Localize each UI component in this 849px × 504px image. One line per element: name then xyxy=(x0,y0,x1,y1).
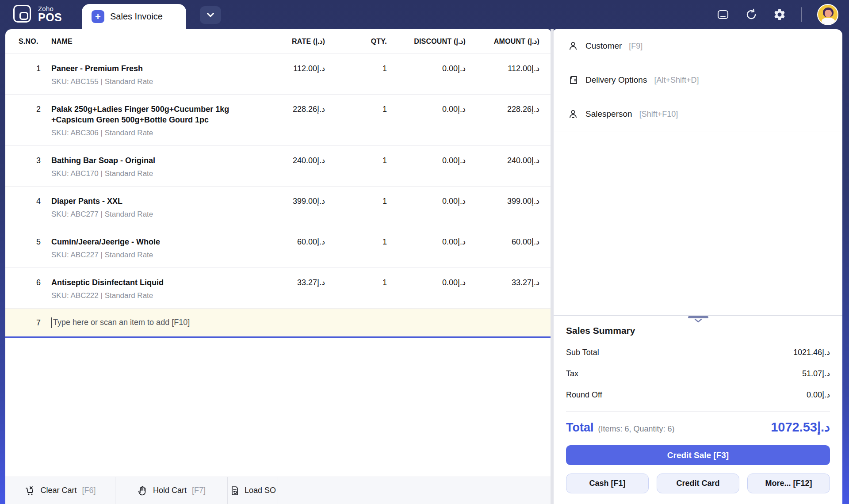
credit-sale-button[interactable]: Credit Sale [F3] xyxy=(566,445,830,465)
table-row[interactable]: 3 Bathing Bar Soap - Original SKU: ABC17… xyxy=(5,146,551,187)
right-panel-spacer xyxy=(554,131,842,315)
item-qty[interactable]: 1 xyxy=(325,104,387,138)
hold-cart-button[interactable]: Hold Cart [F7] xyxy=(115,477,228,504)
item-discount[interactable]: 0.00د.إ xyxy=(387,63,466,87)
load-so-button[interactable]: Load SO xyxy=(228,477,278,504)
item-rate[interactable]: 60.00د.إ xyxy=(254,237,325,260)
sales-summary-title: Sales Summary xyxy=(566,325,830,336)
round-off-row: Round Off 0.00د.إ xyxy=(566,390,830,400)
summary-divider xyxy=(566,411,830,412)
total-items-meta: (Items: 6, Quantity: 6) xyxy=(598,424,675,434)
item-search-placeholder: Type here or scan an item to add [F10] xyxy=(53,318,190,327)
tax-row: Tax 51.07د.إ xyxy=(566,369,830,378)
salesperson-option[interactable]: Salesperson [Shift+F10] xyxy=(554,97,842,131)
summary-collapse-handle[interactable] xyxy=(684,315,712,325)
item-qty[interactable]: 1 xyxy=(325,155,387,179)
subtotal-label: Sub Total xyxy=(566,348,599,357)
settings-icon[interactable] xyxy=(773,8,786,21)
item-name: Palak 250g+Ladies Finger 500g+Cucumber 1… xyxy=(51,104,241,125)
text-caret xyxy=(51,317,52,328)
total-value: 1072.53د.إ xyxy=(771,420,830,435)
zoho-pos-logo: Zoho POS xyxy=(13,4,62,23)
item-rate[interactable]: 228.26د.إ xyxy=(254,104,325,138)
topbar-divider xyxy=(801,7,802,22)
salesperson-label: Salesperson xyxy=(585,109,632,119)
item-discount[interactable]: 0.00د.إ xyxy=(387,196,466,219)
item-qty[interactable]: 1 xyxy=(325,277,387,301)
subtotal-value: 1021.46د.إ xyxy=(793,347,830,357)
subtotal-row: Sub Total 1021.46د.إ xyxy=(566,347,830,357)
zoho-pos-logo-icon xyxy=(13,4,33,23)
sync-icon[interactable] xyxy=(745,8,758,21)
item-qty[interactable]: 1 xyxy=(325,63,387,87)
item-qty[interactable]: 1 xyxy=(325,196,387,219)
item-name: Cumin/Jeera/Jeerige - Whole xyxy=(51,237,241,247)
item-rate[interactable]: 33.27د.إ xyxy=(254,277,325,301)
credit-card-button[interactable]: Credit Card xyxy=(657,473,739,493)
item-amount: 228.26د.إ xyxy=(466,104,539,138)
round-off-label: Round Off xyxy=(566,390,602,400)
row-sno: 2 xyxy=(5,104,46,138)
total-row: Total (Items: 6, Quantity: 6) 1072.53د.إ xyxy=(566,420,830,435)
chevron-down-icon xyxy=(207,13,214,17)
tax-value: 51.07د.إ xyxy=(802,369,830,378)
cart-table-header: S.NO. NAME RATE (د.إ) QTY. DISCOUNT (د.إ… xyxy=(5,29,551,54)
item-discount[interactable]: 0.00د.إ xyxy=(387,237,466,260)
table-row[interactable]: 4 Diaper Pants - XXL SKU: ABC277 | Stand… xyxy=(5,187,551,227)
row-sno: 1 xyxy=(5,63,46,87)
item-discount[interactable]: 0.00د.إ xyxy=(387,277,466,301)
cart-footer-bar: Clear Cart [F6] Hold Cart [F7] Load SO xyxy=(5,477,551,504)
delivery-options-label: Delivery Options xyxy=(585,75,647,85)
item-name: Diaper Pants - XXL xyxy=(51,196,241,206)
item-discount[interactable]: 0.00د.إ xyxy=(387,155,466,179)
row-sno: 6 xyxy=(5,277,46,301)
item-name: Antiseptic Disinfectant Liquid xyxy=(51,277,241,288)
item-amount: 60.00د.إ xyxy=(466,237,539,260)
tab-label: Sales Invoice xyxy=(110,11,163,22)
table-row[interactable]: 1 Paneer - Premium Fresh SKU: ABC155 | S… xyxy=(5,54,551,95)
load-so-label: Load SO xyxy=(245,486,276,495)
item-sku: SKU: ABC227 | Standard Rate xyxy=(51,250,254,260)
clear-cart-icon xyxy=(24,485,35,496)
item-qty[interactable]: 1 xyxy=(325,237,387,260)
table-row[interactable]: 5 Cumin/Jeera/Jeerige - Whole SKU: ABC22… xyxy=(5,227,551,268)
sales-summary-section: Sales Summary Sub Total 1021.46د.إ Tax 5… xyxy=(554,315,842,504)
customer-option[interactable]: Customer [F9] xyxy=(554,29,842,63)
item-sku: SKU: ABC170 | Standard Rate xyxy=(51,169,254,179)
user-avatar[interactable] xyxy=(817,4,838,25)
col-header-name: NAME xyxy=(46,38,254,46)
cash-drawer-icon[interactable] xyxy=(716,8,730,21)
item-search-input[interactable]: Type here or scan an item to add [F10] xyxy=(46,317,539,328)
item-name: Bathing Bar Soap - Original xyxy=(51,155,241,166)
item-rate[interactable]: 399.00د.إ xyxy=(254,196,325,219)
col-header-amount: AMOUNT (د.إ) xyxy=(466,37,539,46)
item-sku: SKU: ABC306 | Standard Rate xyxy=(51,128,254,138)
item-discount[interactable]: 0.00د.إ xyxy=(387,104,466,138)
item-rate[interactable]: 240.00د.إ xyxy=(254,155,325,179)
item-amount: 112.00د.إ xyxy=(466,63,539,87)
table-row[interactable]: 6 Antiseptic Disinfectant Liquid SKU: AB… xyxy=(5,268,551,309)
customer-label: Customer xyxy=(585,41,622,51)
clear-cart-button[interactable]: Clear Cart [F6] xyxy=(5,477,115,504)
item-rate[interactable]: 112.00د.إ xyxy=(254,63,325,87)
more-button[interactable]: More... [F12] xyxy=(747,473,830,493)
total-label: Total xyxy=(566,421,594,435)
row-sno: 5 xyxy=(5,237,46,260)
col-header-sno: S.NO. xyxy=(5,38,46,46)
cash-button[interactable]: Cash [F1] xyxy=(566,473,649,493)
hold-cart-shortcut: [F7] xyxy=(192,486,206,495)
table-row[interactable]: 2 Palak 250g+Ladies Finger 500g+Cucumber… xyxy=(5,95,551,146)
row-sno: 3 xyxy=(5,155,46,179)
item-sku: SKU: ABC222 | Standard Rate xyxy=(51,291,254,301)
clear-cart-shortcut: [F6] xyxy=(82,486,96,495)
salesperson-shortcut: [Shift+F10] xyxy=(639,110,678,119)
col-header-qty: QTY. xyxy=(325,38,387,46)
tax-label: Tax xyxy=(566,369,578,378)
person-icon xyxy=(568,109,578,119)
tab-sales-invoice[interactable]: + Sales Invoice xyxy=(82,4,186,29)
load-so-icon xyxy=(229,485,240,496)
item-entry-row[interactable]: 7 Type here or scan an item to add [F10] xyxy=(5,309,551,338)
tab-list-dropdown-button[interactable] xyxy=(200,6,221,24)
delivery-options-option[interactable]: Delivery Options [Alt+Shift+D] xyxy=(554,63,842,97)
round-off-value: 0.00د.إ xyxy=(807,390,830,400)
